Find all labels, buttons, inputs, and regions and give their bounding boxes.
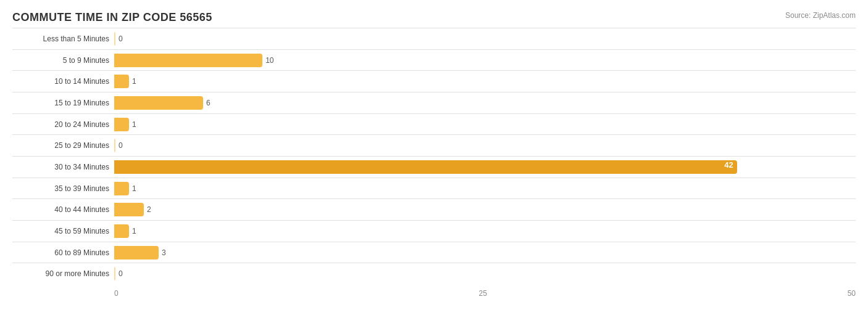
- bar-track: 42: [114, 160, 856, 174]
- bar-value: 1: [132, 120, 136, 129]
- chart-container: COMMUTE TIME IN ZIP CODE 56565 Source: Z…: [0, 0, 868, 323]
- bar-track: 10: [114, 54, 856, 67]
- bar-row: 5 to 9 Minutes10: [12, 49, 856, 71]
- bar-value: 0: [119, 35, 123, 43]
- bar-track: 1: [114, 182, 856, 195]
- bar-fill: [114, 32, 115, 46]
- x-axis-tick: 0: [114, 289, 119, 298]
- source-text: Source: ZipAtlas.com: [785, 11, 856, 20]
- bar-row: 90 or more Minutes0: [12, 263, 856, 284]
- bar-value: 1: [132, 227, 136, 235]
- bar-row: 35 to 39 Minutes1: [12, 178, 856, 199]
- bar-fill: [114, 203, 144, 216]
- bar-fill: [114, 96, 203, 110]
- bar-value: 0: [119, 269, 123, 278]
- bar-row: 45 to 59 Minutes1: [12, 220, 856, 242]
- bar-label: 25 to 29 Minutes: [12, 141, 114, 150]
- bar-row: Less than 5 Minutes0: [12, 28, 856, 49]
- bar-row: 25 to 29 Minutes0: [12, 134, 856, 156]
- bar-value: 10: [265, 56, 273, 65]
- bar-label: 35 to 39 Minutes: [12, 184, 114, 193]
- bar-track: 0: [114, 267, 856, 280]
- bar-fill: [114, 139, 115, 152]
- bar-label: 10 to 14 Minutes: [12, 77, 114, 86]
- bar-fill: [114, 118, 129, 131]
- bar-value: 2: [147, 205, 151, 214]
- bar-track: 3: [114, 246, 856, 260]
- chart-title: COMMUTE TIME IN ZIP CODE 56565: [12, 11, 856, 24]
- bar-value: 6: [206, 99, 211, 107]
- bar-row: 60 to 89 Minutes3: [12, 242, 856, 263]
- bar-label: Less than 5 Minutes: [12, 35, 114, 43]
- bar-fill: [114, 224, 129, 238]
- bar-fill: [114, 182, 129, 195]
- bar-label: 60 to 89 Minutes: [12, 248, 114, 257]
- bar-track: 0: [114, 32, 856, 46]
- bar-fill: [114, 75, 129, 88]
- bar-track: 2: [114, 203, 856, 216]
- bar-value: 42: [724, 160, 733, 170]
- bar-fill: [114, 54, 262, 67]
- bar-row: 10 to 14 Minutes1: [12, 70, 856, 92]
- bar-track: 1: [114, 75, 856, 88]
- bar-value: 1: [132, 184, 136, 193]
- x-axis-tick: 25: [478, 289, 486, 298]
- bar-value: 0: [119, 141, 123, 150]
- bar-fill: [114, 246, 159, 260]
- chart-area: Less than 5 Minutes05 to 9 Minutes1010 t…: [12, 28, 856, 284]
- bar-track: 6: [114, 96, 856, 110]
- bar-fill: 42: [114, 160, 737, 174]
- x-axis-tick: 50: [848, 289, 856, 298]
- bar-row: 30 to 34 Minutes42: [12, 156, 856, 178]
- bar-value: 1: [132, 77, 136, 86]
- bar-row: 40 to 44 Minutes2: [12, 198, 856, 220]
- x-axis-labels: 02550: [114, 287, 856, 298]
- bar-label: 40 to 44 Minutes: [12, 205, 114, 214]
- bar-row: 15 to 19 Minutes6: [12, 92, 856, 113]
- bar-label: 30 to 34 Minutes: [12, 163, 114, 171]
- bar-label: 90 or more Minutes: [12, 269, 114, 278]
- bar-track: 0: [114, 139, 856, 152]
- bar-value: 3: [162, 248, 166, 257]
- bar-track: 1: [114, 118, 856, 131]
- bar-label: 20 to 24 Minutes: [12, 120, 114, 129]
- bar-label: 5 to 9 Minutes: [12, 56, 114, 65]
- bar-track: 1: [114, 224, 856, 238]
- x-axis: 02550: [12, 287, 856, 298]
- bar-row: 20 to 24 Minutes1: [12, 113, 856, 135]
- bar-label: 45 to 59 Minutes: [12, 227, 114, 235]
- bar-label: 15 to 19 Minutes: [12, 99, 114, 107]
- bar-fill: [114, 267, 115, 280]
